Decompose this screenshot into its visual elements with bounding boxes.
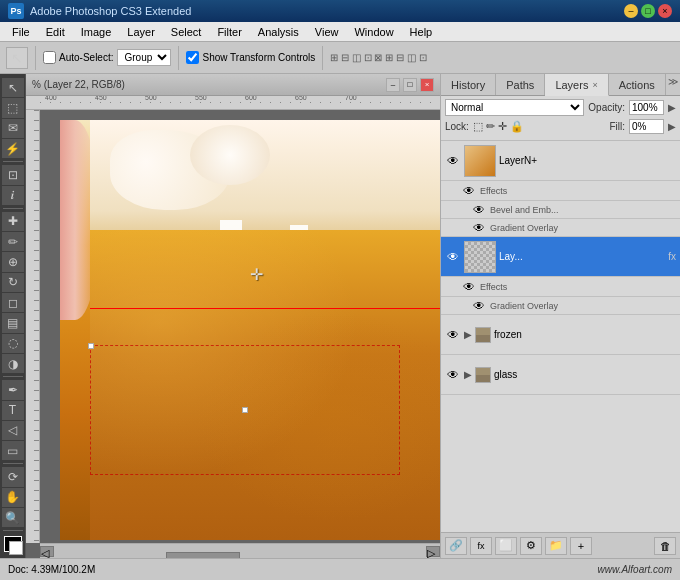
menu-view[interactable]: View bbox=[307, 24, 347, 40]
add-style-btn[interactable]: fx bbox=[470, 537, 492, 555]
menu-window[interactable]: Window bbox=[346, 24, 401, 40]
tool-gradient[interactable]: ▤ bbox=[2, 313, 24, 332]
menu-image[interactable]: Image bbox=[73, 24, 120, 40]
layer-item-top[interactable]: 👁 LayerN+ bbox=[441, 141, 680, 181]
menu-help[interactable]: Help bbox=[402, 24, 441, 40]
maximize-button[interactable]: □ bbox=[641, 4, 655, 18]
group-arrow-frozen[interactable]: ▶ bbox=[464, 329, 472, 340]
layer-item-active[interactable]: 👁 Lay... fx bbox=[441, 237, 680, 277]
move-tool-icon[interactable]: ↖ bbox=[6, 47, 28, 69]
layer-eye-active[interactable]: 👁 bbox=[445, 250, 461, 264]
tool-zoom[interactable]: 🔍 bbox=[2, 508, 24, 527]
tool-dodge[interactable]: ◑ bbox=[2, 354, 24, 373]
lock-image-icon[interactable]: ✏ bbox=[486, 120, 495, 133]
tool-brush[interactable]: ✏ bbox=[2, 232, 24, 251]
tool-blur[interactable]: ◌ bbox=[2, 334, 24, 353]
doc-close-btn[interactable]: × bbox=[420, 78, 434, 92]
lock-position-icon[interactable]: ✛ bbox=[498, 120, 507, 133]
fill-arrow-icon[interactable]: ▶ bbox=[668, 121, 676, 132]
new-layer-btn[interactable]: + bbox=[570, 537, 592, 555]
lock-all-icon[interactable]: 🔒 bbox=[510, 120, 524, 133]
tool-crop[interactable]: ⊡ bbox=[2, 165, 24, 184]
menu-select[interactable]: Select bbox=[163, 24, 210, 40]
layer-eye-bevel[interactable]: 👁 bbox=[471, 203, 487, 217]
opacity-arrow-icon[interactable]: ▶ bbox=[668, 102, 676, 113]
h-scrollbar[interactable]: ◁ ▷ bbox=[40, 543, 440, 558]
tab-actions[interactable]: Actions bbox=[609, 74, 666, 95]
layer-item-gradient-2[interactable]: 👁 Gradient Overlay bbox=[441, 297, 680, 315]
tool-separator-2 bbox=[3, 208, 23, 209]
new-group-btn[interactable]: 📁 bbox=[545, 537, 567, 555]
tool-eyedropper[interactable]: 𝒊 bbox=[2, 186, 24, 205]
tool-separator-1 bbox=[3, 161, 23, 162]
tool-3d-rotate[interactable]: ⟳ bbox=[2, 467, 24, 486]
layer-eye-gradient-2[interactable]: 👁 bbox=[471, 299, 487, 313]
panel-expand-icon[interactable]: ≫ bbox=[668, 76, 678, 87]
layer-eye-top[interactable]: 👁 bbox=[445, 154, 461, 168]
layer-eye-gradient-1[interactable]: 👁 bbox=[471, 221, 487, 235]
add-mask-btn[interactable]: ⬜ bbox=[495, 537, 517, 555]
layer-eye-effects-1[interactable]: 👁 bbox=[461, 184, 477, 198]
menu-edit[interactable]: Edit bbox=[38, 24, 73, 40]
h-scroll-thumb[interactable] bbox=[166, 552, 240, 558]
tool-marquee[interactable]: ⬚ bbox=[2, 98, 24, 117]
background-color[interactable] bbox=[9, 541, 23, 555]
tool-lasso[interactable]: ✉ bbox=[2, 119, 24, 138]
new-adjustment-btn[interactable]: ⚙ bbox=[520, 537, 542, 555]
scroll-right-btn[interactable]: ▷ bbox=[426, 546, 440, 557]
menu-file[interactable]: File bbox=[4, 24, 38, 40]
layer-item-frozen[interactable]: 👁 ▶ frozen bbox=[441, 315, 680, 355]
tool-clone-stamp[interactable]: ⊕ bbox=[2, 252, 24, 271]
tool-hand[interactable]: ✋ bbox=[2, 488, 24, 507]
tab-layers-close[interactable]: × bbox=[592, 80, 597, 90]
doc-title-text: % (Layer 22, RGB/8) bbox=[32, 79, 125, 90]
layer-fx-active[interactable]: fx bbox=[668, 251, 676, 262]
scroll-left-btn[interactable]: ◁ bbox=[40, 546, 54, 557]
auto-select-input[interactable] bbox=[43, 51, 56, 64]
menu-filter[interactable]: Filter bbox=[209, 24, 249, 40]
minimize-button[interactable]: – bbox=[624, 4, 638, 18]
layer-eye-frozen[interactable]: 👁 bbox=[445, 328, 461, 342]
tool-eraser[interactable]: ◻ bbox=[2, 293, 24, 312]
layer-eye-glass[interactable]: 👁 bbox=[445, 368, 461, 382]
tool-path-select[interactable]: ◁ bbox=[2, 421, 24, 440]
tab-paths[interactable]: Paths bbox=[496, 74, 545, 95]
layers-list: 👁 LayerN+ 👁 Effects 👁 Bevel and Emb... bbox=[441, 141, 680, 532]
toolbar-separator-3 bbox=[322, 46, 323, 70]
auto-select-dropdown[interactable]: Group bbox=[117, 49, 171, 66]
tool-text[interactable]: T bbox=[2, 401, 24, 420]
menu-layer[interactable]: Layer bbox=[119, 24, 163, 40]
doc-minimize-btn[interactable]: – bbox=[386, 78, 400, 92]
tool-pen[interactable]: ✒ bbox=[2, 380, 24, 399]
menu-analysis[interactable]: Analysis bbox=[250, 24, 307, 40]
group-arrow-glass[interactable]: ▶ bbox=[464, 369, 472, 380]
tool-shape[interactable]: ▭ bbox=[2, 441, 24, 460]
tool-spot-healing[interactable]: ✚ bbox=[2, 212, 24, 231]
close-button[interactable]: × bbox=[658, 4, 672, 18]
doc-maximize-btn[interactable]: □ bbox=[403, 78, 417, 92]
show-transform-checkbox[interactable]: Show Transform Controls bbox=[186, 51, 315, 64]
layer-item-effects-2[interactable]: 👁 Effects bbox=[441, 277, 680, 297]
tab-history[interactable]: History bbox=[441, 74, 496, 95]
delete-layer-btn[interactable]: 🗑 bbox=[654, 537, 676, 555]
tool-magic-wand[interactable]: ⚡ bbox=[2, 139, 24, 158]
auto-select-checkbox[interactable]: Auto-Select: bbox=[43, 51, 113, 64]
layer-item-bevel[interactable]: 👁 Bevel and Emb... bbox=[441, 201, 680, 219]
layer-item-glass[interactable]: 👁 ▶ glass bbox=[441, 355, 680, 395]
tool-move[interactable]: ↖ bbox=[2, 78, 24, 97]
layer-item-effects-1[interactable]: 👁 Effects bbox=[441, 181, 680, 201]
layer-thumb-checker bbox=[465, 242, 495, 272]
opacity-input[interactable] bbox=[629, 100, 664, 115]
foreground-color[interactable] bbox=[4, 536, 22, 552]
fill-input[interactable] bbox=[629, 119, 664, 134]
layer-eye-effects-2[interactable]: 👁 bbox=[461, 280, 477, 294]
lock-transparent-icon[interactable]: ⬚ bbox=[473, 120, 483, 133]
blend-mode-select[interactable]: Normal bbox=[445, 99, 584, 116]
show-transform-input[interactable] bbox=[186, 51, 199, 64]
app-title: Adobe Photoshop CS3 Extended bbox=[30, 5, 191, 17]
link-layers-btn[interactable]: 🔗 bbox=[445, 537, 467, 555]
tab-layers[interactable]: Layers × bbox=[545, 74, 608, 96]
layer-item-gradient-1[interactable]: 👁 Gradient Overlay bbox=[441, 219, 680, 237]
tool-history-brush[interactable]: ↻ bbox=[2, 273, 24, 292]
status-bar: Doc: 4.39M/100.2M www.Alfoart.com bbox=[0, 558, 680, 580]
